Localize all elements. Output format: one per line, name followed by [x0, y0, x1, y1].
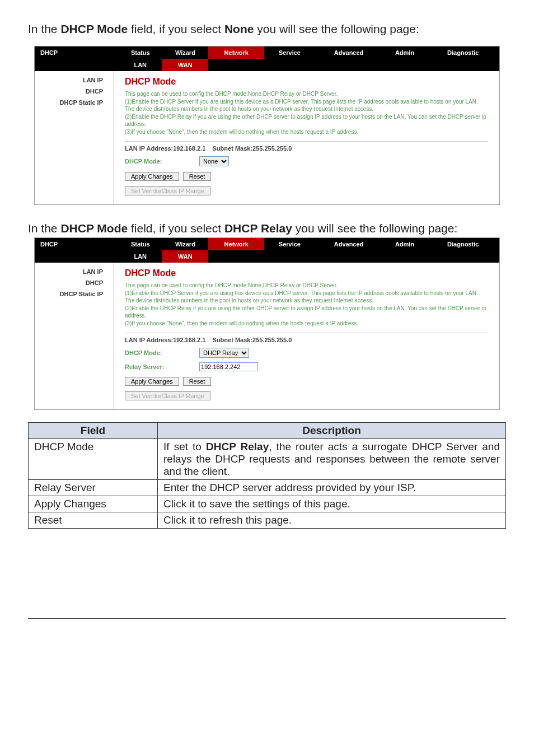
th-description: Description: [158, 423, 506, 439]
relay-server-label: Relay Server:: [125, 363, 198, 370]
footer-rule: [28, 618, 506, 619]
tab-diagnostic[interactable]: Diagnostic: [427, 46, 499, 59]
relay-server-row: Relay Server:: [125, 362, 488, 371]
tab-wizard[interactable]: Wizard: [162, 46, 208, 59]
tab-admin[interactable]: Admin: [383, 238, 427, 250]
dhcp-mode-select[interactable]: DHCP Relay: [199, 348, 249, 358]
content-description: This page can be used to config the DHCP…: [125, 282, 488, 327]
sidebar-item-dhcp[interactable]: DHCP: [35, 277, 113, 288]
tab-wizard[interactable]: Wizard: [162, 238, 208, 250]
table-row: Relay Server Enter the DHCP server addre…: [29, 480, 506, 496]
nav-blank: [35, 59, 119, 71]
text: If set to: [163, 441, 206, 452]
relay-server-input[interactable]: [199, 362, 258, 371]
router-nav: DHCP Status Wizard Network Service Advan…: [35, 238, 499, 263]
sidebar-item-lanip[interactable]: LAN IP: [35, 266, 113, 277]
field-cell: Relay Server: [29, 480, 158, 496]
tab-service[interactable]: Service: [264, 238, 315, 250]
label: LAN IP Address:: [125, 337, 173, 343]
bold: DHCP Mode: [60, 222, 128, 235]
intro-text-1: In the DHCP Mode field, if you select No…: [28, 22, 506, 36]
table-row: DHCP Mode If set to DHCP Relay, the rout…: [29, 439, 506, 480]
table-row: Apply Changes Click it to save the setti…: [29, 496, 506, 512]
apply-button[interactable]: Apply Changes: [125, 377, 179, 386]
label: LAN IP Address:: [125, 145, 173, 152]
subtab-wan[interactable]: WAN: [162, 59, 208, 71]
value: 255.255.255.0: [252, 337, 292, 343]
tab-network[interactable]: Network: [208, 238, 264, 250]
value: 192.168.2.1: [173, 145, 205, 152]
router-sidebar: LAN IP DHCP DHCP Static IP: [35, 263, 114, 409]
tab-status[interactable]: Status: [119, 46, 162, 59]
vendorclass-button[interactable]: Set VendorClass IP Range: [125, 186, 210, 195]
tab-service[interactable]: Service: [264, 46, 315, 59]
bold: DHCP Relay: [224, 222, 292, 235]
tab-advanced[interactable]: Advanced: [315, 46, 382, 59]
value: 255.255.255.0: [252, 145, 292, 152]
text: This page can be used to config the DHCP…: [125, 282, 338, 288]
value: 192.168.2.1: [173, 337, 205, 343]
content-description: This page can be used to config the DHCP…: [125, 90, 488, 136]
sidebar-item-dhcp[interactable]: DHCP: [35, 86, 113, 97]
sidebar-item-lanip[interactable]: LAN IP: [35, 74, 113, 86]
text: you will see the following page:: [292, 222, 457, 235]
text: field, if you select: [128, 222, 224, 235]
text: (2)Enable the DHCP Relay if you are usin…: [125, 114, 486, 128]
router-nav: DHCP Status Wizard Network Service Advan…: [35, 46, 499, 71]
dhcp-mode-label: DHCP Mode:: [125, 349, 198, 356]
router-content: DHCP Mode This page can be used to confi…: [114, 263, 499, 409]
reset-button[interactable]: Reset: [183, 172, 212, 181]
apply-button[interactable]: Apply Changes: [125, 172, 179, 181]
tab-advanced[interactable]: Advanced: [315, 238, 382, 250]
text: field, if you select: [128, 22, 224, 35]
dhcp-mode-select[interactable]: None: [199, 156, 229, 166]
field-cell: Apply Changes: [29, 496, 158, 512]
ip-info-line: LAN IP Address:192.168.2.1 Subnet Mask:2…: [125, 333, 488, 343]
dhcp-mode-row: DHCP Mode: DHCP Relay: [125, 348, 488, 358]
field-cell: Reset: [29, 512, 158, 529]
th-field: Field: [29, 423, 158, 439]
content-heading: DHCP Mode: [125, 268, 488, 278]
desc-cell: Click it to save the settings of this pa…: [158, 496, 506, 512]
bold: None: [224, 22, 254, 35]
subtab-wan[interactable]: WAN: [162, 250, 208, 263]
router-screenshot-relay: DHCP Status Wizard Network Service Advan…: [34, 237, 500, 410]
bold: DHCP Mode: [60, 22, 128, 35]
button-row: Apply Changes Reset: [125, 172, 488, 181]
text: (1)Enable the DHCP Server if you are usi…: [125, 290, 478, 304]
tab-status[interactable]: Status: [119, 238, 162, 250]
text: This page can be used to config the DHCP…: [125, 91, 338, 97]
tab-diagnostic[interactable]: Diagnostic: [427, 238, 499, 250]
tab-network[interactable]: Network: [208, 46, 264, 59]
text: In the: [28, 222, 60, 235]
text: (3)If you choose "None", then the modem …: [125, 320, 358, 326]
reset-button[interactable]: Reset: [183, 377, 212, 386]
field-description-table: Field Description DHCP Mode If set to DH…: [28, 422, 506, 529]
button-row: Apply Changes Reset: [125, 377, 488, 386]
dhcp-mode-label: DHCP Mode:: [125, 158, 198, 165]
subtab-lan[interactable]: LAN: [119, 59, 162, 71]
tab-admin[interactable]: Admin: [383, 46, 427, 59]
bold: DHCP Relay: [206, 441, 269, 452]
nav-sidebar-label: DHCP: [35, 46, 119, 59]
router-content: DHCP Mode This page can be used to confi…: [114, 71, 499, 204]
router-screenshot-none: DHCP Status Wizard Network Service Advan…: [34, 46, 500, 205]
label: Subnet Mask:: [213, 145, 253, 152]
sidebar-item-dhcp-static[interactable]: DHCP Static IP: [35, 288, 113, 300]
sidebar-item-dhcp-static[interactable]: DHCP Static IP: [35, 97, 113, 108]
text: In the: [28, 22, 60, 35]
text: (3)If you choose "None", then the modem …: [125, 129, 358, 135]
router-sidebar: LAN IP DHCP DHCP Static IP: [35, 71, 114, 204]
desc-cell: If set to DHCP Relay, the router acts a …: [158, 439, 506, 480]
text: (2)Enable the DHCP Relay if you are usin…: [125, 305, 486, 319]
desc-cell: Click it to refresh this page.: [158, 512, 506, 529]
content-heading: DHCP Mode: [125, 77, 488, 87]
subtab-lan[interactable]: LAN: [119, 250, 162, 263]
dhcp-mode-row: DHCP Mode: None: [125, 156, 488, 166]
text: (1)Enable the DHCP Server if you are usi…: [125, 99, 478, 113]
desc-cell: Enter the DHCP server address provided b…: [158, 480, 506, 496]
vendorclass-button[interactable]: Set VendorClass IP Range: [125, 391, 210, 400]
nav-sidebar-label: DHCP: [35, 238, 119, 250]
intro-text-2: In the DHCP Mode field, if you select DH…: [28, 222, 506, 235]
text: you will see the following page:: [254, 22, 419, 35]
